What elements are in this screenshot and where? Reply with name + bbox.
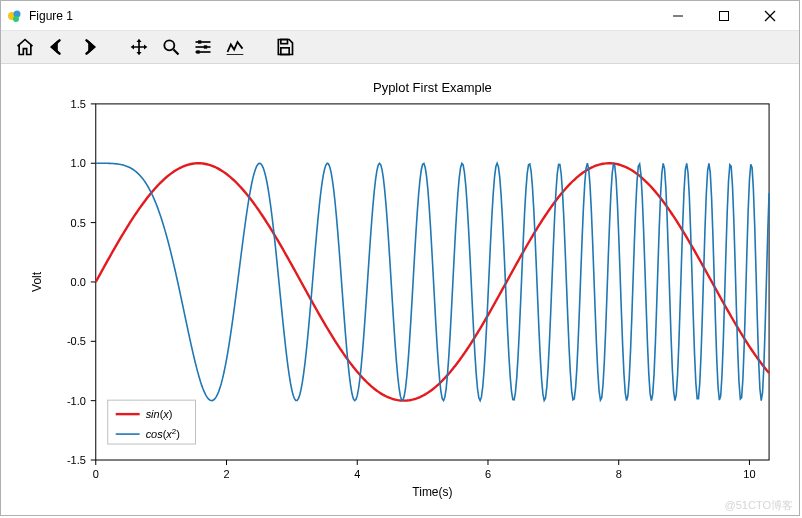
titlebar: Figure 1 (1, 1, 799, 31)
pan-button[interactable] (123, 31, 155, 63)
svg-rect-4 (720, 11, 729, 20)
save-button[interactable] (269, 31, 301, 63)
svg-text:1.0: 1.0 (71, 157, 86, 169)
svg-text:0.0: 0.0 (71, 276, 86, 288)
toolbar (1, 31, 799, 64)
svg-text:-1.0: -1.0 (67, 395, 86, 407)
maximize-button[interactable] (701, 1, 747, 31)
svg-text:1.5: 1.5 (71, 98, 86, 110)
watermark: @51CTO博客 (725, 498, 793, 513)
svg-text:Volt: Volt (30, 271, 44, 292)
subplots-button[interactable] (187, 31, 219, 63)
minimize-button[interactable] (655, 1, 701, 31)
svg-rect-18 (96, 104, 769, 460)
chart-area: 0246810-1.5-1.0-0.50.00.51.01.5Time(s)Vo… (1, 64, 799, 515)
svg-rect-16 (281, 40, 288, 44)
window-title: Figure 1 (29, 9, 655, 23)
svg-text:2: 2 (223, 468, 229, 480)
edit-button[interactable] (219, 31, 251, 63)
svg-point-2 (13, 16, 19, 22)
svg-text:sin(x): sin(x) (146, 408, 173, 420)
back-button[interactable] (41, 31, 73, 63)
svg-rect-12 (198, 40, 201, 43)
zoom-button[interactable] (155, 31, 187, 63)
svg-text:-0.5: -0.5 (67, 335, 86, 347)
svg-text:4: 4 (354, 468, 360, 480)
svg-rect-15 (227, 51, 244, 53)
window-controls (655, 1, 793, 31)
svg-text:6: 6 (485, 468, 491, 480)
line-chart: 0246810-1.5-1.0-0.50.00.51.01.5Time(s)Vo… (1, 64, 799, 515)
figure-window: Figure 1 (0, 0, 800, 516)
svg-text:0: 0 (93, 468, 99, 480)
svg-rect-17 (281, 48, 289, 55)
svg-text:Time(s): Time(s) (412, 485, 452, 499)
svg-text:8: 8 (616, 468, 622, 480)
svg-text:10: 10 (743, 468, 755, 480)
svg-line-8 (174, 50, 179, 55)
svg-text:0.5: 0.5 (71, 217, 86, 229)
svg-rect-14 (196, 50, 199, 53)
app-icon (7, 8, 23, 24)
svg-point-7 (164, 40, 174, 50)
home-button[interactable] (9, 31, 41, 63)
close-button[interactable] (747, 1, 793, 31)
svg-text:-1.5: -1.5 (67, 454, 86, 466)
svg-rect-13 (204, 45, 207, 48)
forward-button[interactable] (73, 31, 105, 63)
svg-text:Pyplot First Example: Pyplot First Example (373, 80, 492, 95)
